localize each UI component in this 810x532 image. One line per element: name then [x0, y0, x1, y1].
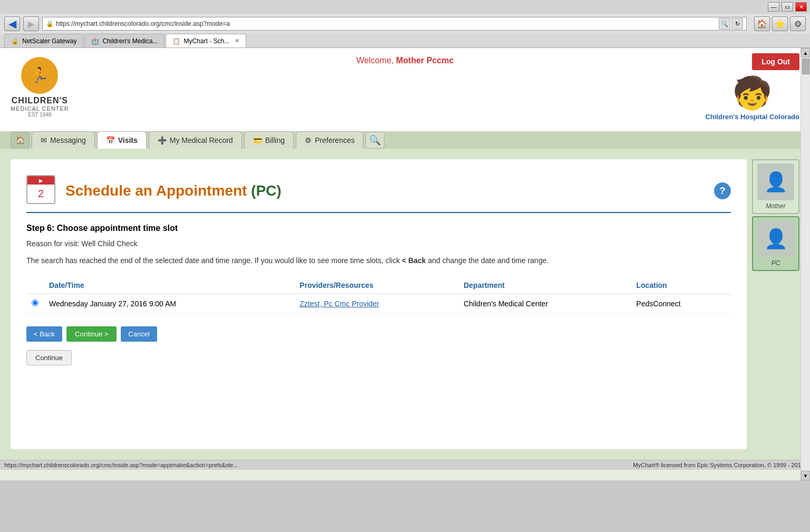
address-text: https://mychart.childrenscolorado.org/cm…	[56, 20, 717, 27]
avatar-mother-img: 👤	[757, 163, 794, 200]
logo-circle: 🏃	[21, 57, 58, 94]
home-toolbar-button[interactable]: 🏠	[754, 16, 770, 31]
nav-tab-billing[interactable]: 💳 Billing	[244, 131, 294, 149]
status-url: https://mychart.childrenscolorado.org/cm…	[4, 462, 238, 468]
browser-tabs: 🔒 NetScaler Gateway 🏥 Children's Medica.…	[0, 34, 810, 47]
table-header-location: Location	[631, 277, 731, 294]
settings-toolbar-button[interactable]: ⚙	[790, 16, 806, 31]
sidebar-user-pc[interactable]: 👤 PC	[752, 216, 799, 271]
continue-plain-button[interactable]: Continue	[26, 350, 72, 365]
info-text: The search has reached the end of the se…	[26, 255, 731, 266]
address-favicon: 🔒	[46, 20, 54, 27]
row-radio-input[interactable]	[32, 299, 38, 306]
continue-green-button[interactable]: Continue >	[66, 326, 117, 342]
scrollbar[interactable]: ▲ ▼	[801, 48, 810, 480]
forward-nav-button[interactable]: ▶	[23, 16, 39, 31]
title-orange: Schedule an Appointment	[65, 182, 247, 199]
nav-tab-visits[interactable]: 📅 Visits	[97, 131, 147, 149]
row-radio-cell[interactable]	[26, 294, 44, 314]
table-header-department: Department	[458, 277, 631, 294]
help-button[interactable]: ?	[714, 182, 731, 199]
nav-tab-preferences[interactable]: ⚙ Preferences	[296, 131, 363, 149]
page-title-left: ▶ 2 Schedule an Appointment (PC)	[26, 175, 282, 207]
nav-home-button[interactable]: 🏠	[11, 132, 30, 149]
scroll-track[interactable]	[801, 57, 810, 471]
table-header-datetime: Date/Time	[44, 277, 294, 294]
table-header-select	[26, 277, 44, 294]
search-icon: 🔍	[369, 134, 381, 146]
continue-plain-row: Continue	[26, 350, 731, 365]
row-department: Children's Medical Center	[458, 294, 631, 314]
avatar-pc-figure: 👤	[764, 228, 788, 250]
preferences-icon: ⚙	[305, 136, 312, 144]
row-provider[interactable]: Zztest, Pc Cmc Provider	[294, 294, 458, 314]
logo-icon: 🏃	[31, 66, 49, 84]
scroll-up-button[interactable]: ▲	[801, 48, 810, 57]
table-header-providers: Providers/Resources	[294, 277, 458, 294]
tab-favicon-childrens: 🏥	[91, 37, 99, 45]
home-icon: 🏠	[16, 136, 25, 144]
tab-mychart[interactable]: 📋 MyChart - Sch... ✕	[166, 34, 246, 47]
browser-toolbar: ◀ ▶ 🔒 https://mychart.childrenscolorado.…	[0, 14, 810, 34]
provider-link[interactable]: Zztest, Pc Cmc Provider	[300, 299, 379, 308]
welcome-prefix: Welcome,	[356, 56, 394, 65]
minimize-button[interactable]: —	[768, 2, 779, 12]
back-nav-button[interactable]: ◀	[4, 16, 20, 31]
chco-figure-icon: 🧒	[732, 74, 772, 112]
org-name-est: EST 1948	[11, 112, 69, 118]
search-address-icon[interactable]: 🔍	[719, 18, 730, 30]
sidebar-panel: 👤 Mother 👤 PC	[752, 159, 799, 449]
nav-tab-messaging[interactable]: ✉ Messaging	[32, 131, 95, 149]
address-bar[interactable]: 🔒 https://mychart.childrenscolorado.org/…	[42, 17, 747, 31]
tab-netscaler[interactable]: 🔒 NetScaler Gateway	[4, 34, 83, 47]
medical-record-icon: ➕	[158, 136, 167, 144]
header-right: Log Out 🧒 Children's Hospital Colorado	[705, 53, 799, 121]
org-name: CHILDREN'S MEDICAL CENTER EST 1948	[11, 96, 69, 118]
scroll-down-button[interactable]: ▼	[801, 471, 810, 480]
scroll-thumb[interactable]	[802, 59, 809, 74]
chco-logo: 🧒 Children's Hospital Colorado	[705, 74, 799, 121]
reason-label: Reason for visit:	[26, 239, 79, 248]
main-content: ▶ 2 Schedule an Appointment (PC) ? Step …	[0, 149, 810, 460]
avatar-mother-name: Mother	[766, 202, 785, 210]
welcome-user: Mother Pccmc	[396, 56, 454, 65]
reason-line: Reason for visit: Well Child Check	[26, 239, 731, 248]
table-row: Wednesday January 27, 2016 9:00 AM Zztes…	[26, 294, 731, 314]
messaging-icon: ✉	[41, 136, 47, 144]
billing-icon: 💳	[253, 136, 262, 144]
nav-tab-medical-record[interactable]: ➕ My Medical Record	[149, 131, 242, 149]
info-message: The search has reached the end of the se…	[26, 256, 400, 265]
title-green: (PC)	[251, 182, 282, 199]
cancel-button[interactable]: Cancel	[121, 326, 157, 342]
page-title-row: ▶ 2 Schedule an Appointment (PC) ?	[26, 175, 731, 213]
row-datetime: Wednesday January 27, 2016 9:00 AM	[44, 294, 294, 314]
maximize-button[interactable]: ▭	[782, 2, 793, 12]
page-header: 🏃 CHILDREN'S MEDICAL CENTER EST 1948 Wel…	[0, 48, 810, 121]
favorites-toolbar-button[interactable]: ⭐	[772, 16, 788, 31]
avatar-pc-name: PC	[772, 259, 780, 267]
sidebar-user-mother[interactable]: 👤 Mother	[752, 159, 799, 214]
tab-childrens[interactable]: 🏥 Children's Medica...	[84, 34, 165, 47]
browser-titlebar: — ▭ ✕	[0, 0, 810, 14]
content-panel: ▶ 2 Schedule an Appointment (PC) ? Step …	[11, 159, 747, 449]
reason-value: Well Child Check	[81, 239, 137, 248]
org-name-sub: MEDICAL CENTER	[11, 105, 69, 112]
search-button[interactable]: 🔍	[365, 132, 384, 149]
back-button[interactable]: < Back	[26, 326, 62, 342]
appointment-table: Date/Time Providers/Resources Department…	[26, 277, 731, 314]
refresh-button[interactable]: ↻	[731, 18, 743, 30]
avatar-pc-img: 👤	[757, 220, 794, 257]
welcome-message: Welcome, Mother Pccmc	[356, 56, 454, 65]
org-name-main: CHILDREN'S	[11, 96, 69, 105]
chco-name: Children's Hospital Colorado	[705, 113, 799, 121]
step-title: Step 6: Choose appointment time slot	[26, 224, 731, 233]
page-title: Schedule an Appointment (PC)	[65, 182, 282, 199]
status-copyright: MyChart® licensed from Epic Systems Corp…	[633, 462, 806, 468]
avatar-mother-figure: 👤	[764, 171, 788, 193]
close-button[interactable]: ✕	[795, 2, 807, 12]
visits-icon: 📅	[106, 136, 115, 144]
back-link-text: < Back	[402, 256, 426, 265]
logout-button[interactable]: Log Out	[752, 53, 799, 70]
tab-close-icon[interactable]: ✕	[235, 37, 239, 44]
status-bar: https://mychart.childrenscolorado.org/cm…	[0, 460, 810, 470]
